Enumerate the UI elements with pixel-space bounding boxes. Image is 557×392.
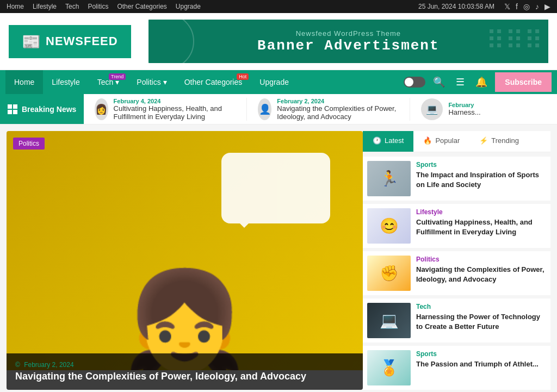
article-cat-5: Sports [416, 350, 546, 358]
article-cat-2: Lifestyle [416, 208, 546, 216]
breaking-item-2[interactable]: 👤 February 2, 2024 Navigating the Comple… [247, 98, 410, 121]
breaking-item-3[interactable]: 💻 February Harness... [410, 98, 557, 120]
grid-icon [8, 104, 17, 114]
article-content-1: Sports The Impact and Inspiration of Spo… [416, 161, 546, 190]
article-thumb-3: ✊ [367, 256, 411, 291]
top-nav: Home Lifestyle Tech Politics Other Categ… [7, 3, 201, 10]
sidebar: 🕐 Latest 🔥 Popular ⚡ Trending 🏃 Sports T… [363, 131, 550, 390]
tiktok-icon[interactable]: ♪ [535, 2, 539, 11]
article-title-5: The Passion and Triumph of Athlet... [416, 359, 546, 369]
nav-right-controls: 🔍 ☰ 🔔 Subscribe [404, 72, 552, 92]
article-thumb-1: 🏃 [367, 161, 411, 196]
tab-latest[interactable]: 🕐 Latest [363, 131, 413, 152]
article-thumb-4: 💻 [367, 303, 411, 338]
breaking-text-3: February Harness... [448, 102, 480, 116]
featured-category-tag: Politics [13, 138, 45, 150]
tab-popular[interactable]: 🔥 Popular [413, 131, 469, 152]
top-nav-tech[interactable]: Tech [65, 3, 79, 10]
top-bar-right: 25 Jun, 2024 10:03:58 AM 𝕏 f ◎ ♪ ▶ [418, 2, 550, 11]
main-navbar: Home Lifestyle Tech ▾ Trend Politics ▾ O… [0, 70, 557, 94]
article-title-3: Navigating the Complexities of Power, Id… [416, 265, 546, 284]
sidebar-article-3[interactable]: ✊ Politics Navigating the Complexities o… [363, 251, 550, 295]
search-button[interactable]: 🔍 [430, 73, 448, 91]
top-nav-upgrade[interactable]: Upgrade [176, 3, 201, 10]
top-nav-lifestyle[interactable]: Lifestyle [33, 3, 57, 10]
article-thumb-5: 🏅 [367, 350, 411, 385]
article-cat-3: Politics [416, 256, 546, 263]
breaking-item-1[interactable]: 👩 February 4, 2024 Cultivating Happiness… [84, 98, 247, 121]
article-cat-1: Sports [416, 161, 546, 169]
article-thumb-2: 😊 [367, 208, 411, 244]
logo-text: NEWSFEED [46, 34, 118, 48]
article-title-2: Cultivating Happiness, Health, and Fulfi… [416, 217, 546, 237]
breaking-avatar-2: 👤 [258, 98, 271, 120]
clock-icon: 🕐 [373, 136, 381, 145]
breaking-avatar-1: 👩 [95, 98, 108, 120]
logo-icon: 📰 [22, 33, 41, 51]
breaking-news-items: 👩 February 4, 2024 Cultivating Happiness… [84, 98, 557, 121]
breaking-news-label: Breaking News [0, 94, 84, 124]
article-title-4: Harnessing the Power of Technology to Cr… [416, 312, 546, 332]
subscribe-button[interactable]: Subscribe [495, 72, 552, 92]
nav-lifestyle[interactable]: Lifestyle [43, 70, 88, 94]
featured-image: 👧 [7, 131, 363, 370]
article-cat-4: Tech [416, 303, 546, 310]
youtube-icon[interactable]: ▶ [544, 2, 550, 11]
breaking-text-1: February 4, 2024 Cultivating Happiness, … [114, 98, 236, 121]
breaking-text-2: February 2, 2024 Navigating the Complexi… [277, 98, 399, 121]
sidebar-article-2[interactable]: 😊 Lifestyle Cultivating Happiness, Healt… [363, 204, 550, 248]
sidebar-articles: 🏃 Sports The Impact and Inspiration of S… [363, 157, 550, 390]
banner-dots: ⠿⠿⠿ [486, 25, 543, 55]
nav-home[interactable]: Home [5, 70, 43, 94]
breaking-avatar-3: 💻 [421, 98, 443, 120]
toggle-dot [405, 78, 413, 86]
nav-upgrade[interactable]: Upgrade [251, 70, 298, 94]
article-content-4: Tech Harnessing the Power of Technology … [416, 303, 546, 332]
datetime: 25 Jun, 2024 10:03:58 AM [418, 3, 494, 10]
featured-title: Navigating the Complexities of Power, Id… [15, 371, 354, 382]
logo[interactable]: 📰 NEWSFEED [9, 25, 131, 58]
notification-button[interactable]: 🔔 [472, 73, 491, 91]
nav-politics[interactable]: Politics ▾ [128, 70, 175, 94]
top-bar: Home Lifestyle Tech Politics Other Categ… [0, 0, 557, 13]
article-content-3: Politics Navigating the Complexities of … [416, 256, 546, 284]
top-nav-politics[interactable]: Politics [88, 3, 108, 10]
article-content-2: Lifestyle Cultivating Happiness, Health,… [416, 208, 546, 237]
featured-info: © February 2, 2024 Navigating the Comple… [7, 353, 363, 390]
main-content: 👧 Politics © February 2, 2024 Navigating… [0, 125, 557, 392]
twitter-icon[interactable]: 𝕏 [504, 2, 510, 11]
featured-article[interactable]: 👧 Politics © February 2, 2024 Navigating… [7, 131, 363, 390]
menu-button[interactable]: ☰ [453, 73, 468, 91]
top-nav-other[interactable]: Other Categories [117, 3, 166, 10]
dark-mode-toggle[interactable] [404, 77, 425, 88]
instagram-icon[interactable]: ◎ [523, 2, 530, 11]
nav-tech[interactable]: Tech ▾ Trend [89, 70, 128, 94]
trend-badge: Trend [109, 73, 126, 80]
sidebar-article-5[interactable]: 🏅 Sports The Passion and Triumph of Athl… [363, 346, 550, 390]
article-title-1: The Impact and Inspiration of Sports on … [416, 170, 546, 190]
top-nav-home[interactable]: Home [7, 3, 24, 10]
sidebar-article-4[interactable]: 💻 Tech Harnessing the Power of Technolog… [363, 298, 550, 343]
sidebar-article-1[interactable]: 🏃 Sports The Impact and Inspiration of S… [363, 157, 550, 201]
tab-trending[interactable]: ⚡ Trending [469, 131, 529, 152]
speech-bubble [221, 153, 330, 223]
fire-icon: 🔥 [423, 136, 432, 145]
banner-sub: Newsfeed WordPress Theme [162, 29, 535, 38]
header: 📰 NEWSFEED ⠿⠿⠿ Newsfeed WordPress Theme … [0, 13, 557, 70]
nav-other[interactable]: Other Categories Hot [176, 70, 251, 94]
facebook-icon[interactable]: f [516, 2, 518, 11]
breaking-news-bar: Breaking News 👩 February 4, 2024 Cultiva… [0, 94, 557, 125]
banner-main: Banner Advertisment [162, 38, 535, 54]
featured-date: © February 2, 2024 [15, 361, 354, 369]
article-content-5: Sports The Passion and Triumph of Athlet… [416, 350, 546, 369]
lightning-icon: ⚡ [479, 136, 488, 145]
hot-badge: Hot [237, 73, 249, 80]
sidebar-tabs: 🕐 Latest 🔥 Popular ⚡ Trending [363, 131, 550, 152]
banner-advertisement: ⠿⠿⠿ Newsfeed WordPress Theme Banner Adve… [148, 20, 548, 63]
